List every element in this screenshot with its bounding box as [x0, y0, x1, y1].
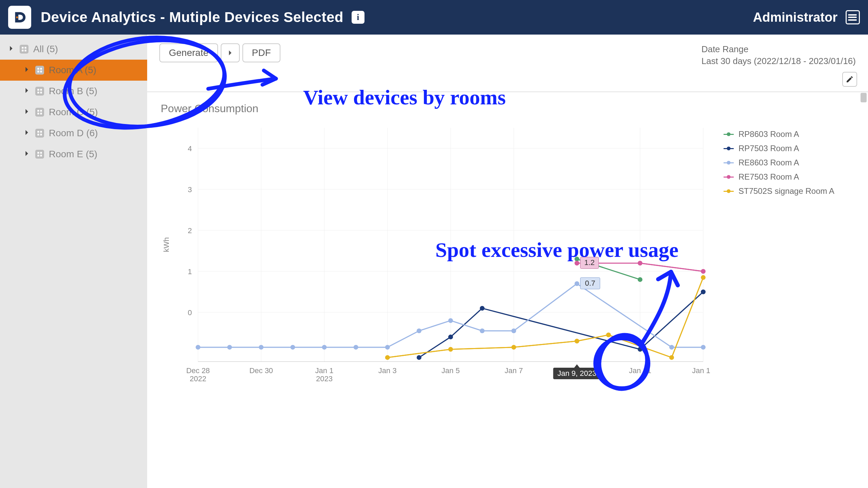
svg-point-60 — [701, 289, 706, 294]
power-consumption-chart[interactable]: 01234kWhDec 282022Dec 30Jan 12023Jan 3Ja… — [161, 124, 710, 404]
sidebar: All (5)Room A (5)Room B (5)Room C (5)Roo… — [0, 35, 147, 488]
svg-text:0: 0 — [188, 308, 192, 317]
svg-point-94 — [417, 328, 421, 333]
svg-rect-10 — [40, 89, 42, 90]
svg-line-81 — [419, 321, 451, 331]
svg-rect-15 — [37, 113, 39, 115]
app-logo[interactable] — [8, 6, 31, 29]
svg-rect-24 — [40, 155, 42, 157]
sidebar-item-label: All (5) — [33, 44, 58, 55]
svg-text:Jan 7: Jan 7 — [505, 366, 523, 375]
svg-text:0.7: 0.7 — [585, 279, 595, 287]
generate-dropdown-icon[interactable] — [221, 43, 240, 62]
svg-rect-5 — [37, 68, 39, 69]
sidebar-item-0[interactable]: All (5) — [0, 39, 147, 60]
pdf-button[interactable]: PDF — [242, 43, 280, 62]
svg-rect-4 — [25, 50, 26, 52]
svg-rect-12 — [40, 92, 42, 94]
svg-line-119 — [672, 278, 703, 358]
svg-point-121 — [448, 347, 453, 352]
sidebar-item-label: Room D (6) — [49, 128, 98, 139]
date-range: Date Range Last 30 days (2022/12/18 - 20… — [702, 43, 856, 67]
checkbox-icon[interactable] — [35, 129, 44, 138]
generate-button[interactable]: Generate — [159, 43, 218, 62]
legend-label: RP8603 Room A — [738, 129, 799, 139]
svg-rect-1 — [22, 47, 23, 48]
checkbox-icon[interactable] — [35, 87, 44, 96]
chart-title: Power Consumption — [161, 102, 854, 115]
svg-text:1.2: 1.2 — [584, 259, 595, 267]
sidebar-item-4[interactable]: Room D (6) — [0, 123, 147, 144]
svg-point-100 — [701, 345, 706, 350]
svg-point-107 — [701, 269, 706, 274]
legend-label: RE7503 Room A — [738, 172, 799, 182]
svg-line-84 — [514, 284, 577, 331]
scrollbar-thumb[interactable] — [861, 93, 867, 102]
svg-point-58 — [480, 306, 485, 311]
legend-swatch — [724, 134, 734, 135]
legend-swatch — [724, 162, 734, 163]
svg-line-52 — [419, 337, 451, 358]
chart-legend: RP8603 Room ARP7503 Room ARE8603 Room AR… — [724, 124, 834, 404]
svg-point-90 — [290, 345, 295, 350]
svg-point-124 — [606, 333, 611, 338]
svg-text:3: 3 — [188, 185, 192, 194]
svg-text:2023: 2023 — [316, 374, 333, 383]
legend-swatch — [724, 191, 734, 192]
svg-rect-3 — [22, 50, 23, 52]
svg-point-98 — [575, 281, 579, 286]
svg-rect-2 — [25, 47, 26, 48]
svg-text:Jan 13: Jan 13 — [692, 366, 710, 375]
svg-point-89 — [259, 345, 263, 350]
legend-item[interactable]: RP7503 Room A — [724, 141, 834, 156]
svg-text:Jan 1: Jan 1 — [315, 366, 334, 375]
svg-rect-8 — [40, 71, 42, 73]
chevron-right-icon — [23, 86, 31, 97]
svg-text:Jan 5: Jan 5 — [441, 366, 460, 375]
svg-point-120 — [385, 355, 390, 360]
checkbox-icon[interactable] — [35, 66, 44, 75]
checkbox-icon[interactable] — [35, 108, 44, 117]
svg-point-46 — [575, 257, 579, 262]
checkbox-icon[interactable] — [20, 45, 28, 54]
sidebar-item-5[interactable]: Room E (5) — [0, 144, 147, 165]
edit-icon[interactable] — [842, 72, 857, 87]
svg-point-122 — [511, 345, 516, 350]
chevron-right-icon — [23, 149, 31, 160]
page-title: Device Analytics - Mutiple Devices Selec… — [41, 9, 343, 25]
svg-rect-14 — [40, 110, 42, 111]
legend-item[interactable]: RP8603 Room A — [724, 127, 834, 141]
legend-label: RP7503 Room A — [738, 144, 799, 153]
svg-point-47 — [638, 277, 643, 282]
svg-text:Jan 11: Jan 11 — [629, 366, 651, 375]
svg-line-85 — [577, 284, 672, 347]
svg-rect-18 — [40, 131, 42, 133]
legend-item[interactable]: RE7503 Room A — [724, 170, 834, 184]
sidebar-item-1[interactable]: Room A (5) — [0, 60, 147, 81]
legend-swatch — [724, 148, 734, 149]
topbar: Device Analytics - Mutiple Devices Selec… — [0, 0, 868, 35]
chevron-right-icon — [23, 65, 31, 76]
svg-point-105 — [575, 261, 579, 266]
sidebar-item-3[interactable]: Room C (5) — [0, 102, 147, 123]
svg-point-0 — [16, 16, 18, 18]
svg-rect-11 — [37, 92, 39, 94]
info-icon[interactable]: i — [352, 11, 364, 24]
user-role-label[interactable]: Administrator — [753, 10, 837, 25]
svg-rect-17 — [37, 131, 39, 133]
legend-swatch — [724, 177, 734, 178]
list-view-icon[interactable] — [846, 10, 860, 24]
svg-rect-22 — [40, 152, 42, 154]
checkbox-icon[interactable] — [35, 150, 44, 159]
svg-text:Dec 30: Dec 30 — [249, 366, 273, 375]
scrollbar[interactable] — [859, 92, 868, 417]
date-range-title: Date Range — [702, 43, 856, 55]
svg-point-96 — [480, 328, 485, 333]
sidebar-item-2[interactable]: Room B (5) — [0, 81, 147, 102]
legend-item[interactable]: RE8603 Room A — [724, 156, 834, 170]
svg-rect-19 — [37, 134, 39, 136]
legend-item[interactable]: ST7502S signage Room A — [724, 184, 834, 198]
svg-text:Dec 28: Dec 28 — [186, 366, 210, 375]
svg-text:1: 1 — [188, 267, 192, 276]
sidebar-item-label: Room E (5) — [49, 149, 97, 160]
